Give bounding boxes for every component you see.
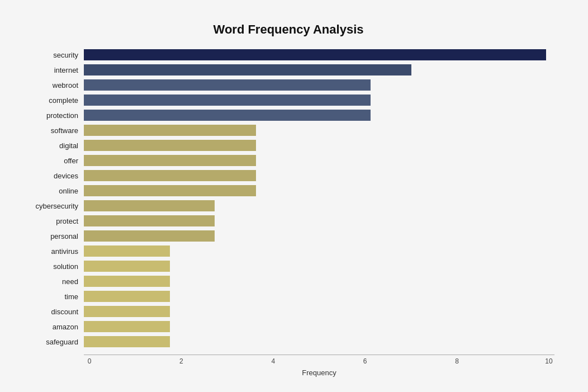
bar-fill [84,336,170,347]
bar-fill [84,125,256,136]
bar-label: cybersecurity [22,202,84,210]
bar-fill [84,49,546,60]
bar-track [84,95,554,106]
bar-label: software [22,126,84,135]
bar-row: safeguard [22,335,554,348]
bar-label: amazon [22,323,84,331]
bars-wrapper: securityinternetwebrootcompleteprotectio… [22,48,554,350]
bar-fill [84,170,256,181]
bar-label: personal [22,232,84,240]
x-tick: 2 [176,357,187,365]
bar-fill [84,79,371,91]
bar-label: solution [22,262,84,271]
bar-row: security [22,48,554,62]
bar-row: software [22,124,554,137]
bar-track [84,321,554,332]
bar-track [84,245,554,257]
bar-fill [84,95,371,106]
x-axis-label: Frequency [84,369,554,377]
bar-row: online [22,184,554,197]
bar-track [84,140,554,151]
bar-label: protection [22,111,84,120]
bar-fill [84,245,170,257]
bar-track [84,336,554,347]
x-tick: 10 [543,357,554,365]
bar-label: offer [22,157,84,165]
bar-track [84,170,554,181]
bar-track [84,79,554,91]
bar-row: offer [22,154,554,167]
bar-row: digital [22,139,554,152]
bar-fill [84,321,170,332]
bar-fill [84,110,371,121]
bar-row: complete [22,93,554,107]
bar-track [84,110,554,121]
bar-row: cybersecurity [22,199,554,212]
bar-label: security [22,51,84,59]
bar-fill [84,306,170,317]
bar-row: personal [22,229,554,243]
bar-track [84,49,554,60]
bar-track [84,215,554,226]
bar-fill [84,215,215,226]
x-tick: 8 [452,357,463,365]
bar-row: solution [22,259,554,273]
bar-track [84,200,554,211]
bar-row: amazon [22,320,554,333]
chart-title: Word Frequency Analysis [22,22,554,37]
bar-label: online [22,187,84,195]
bar-row: need [22,275,554,288]
x-axis-ticks: 0246810 [84,355,554,365]
bar-fill [84,140,256,151]
x-tick: 6 [359,357,371,365]
bar-fill [84,230,215,242]
bar-row: discount [22,305,554,318]
bar-track [84,64,554,75]
bar-label: complete [22,96,84,105]
bar-row: protection [22,108,554,122]
bar-track [84,230,554,242]
x-tick: 4 [268,357,279,365]
bar-label: protect [22,217,84,225]
bar-row: webroot [22,78,554,92]
x-axis-container: 0246810 Frequency [84,355,554,377]
bar-row: internet [22,63,554,77]
bar-track [84,306,554,317]
bar-fill [84,276,170,287]
bar-label: discount [22,308,84,316]
bar-label: digital [22,141,84,150]
bar-track [84,276,554,287]
bar-fill [84,64,411,75]
bar-track [84,155,554,166]
bar-label: safeguard [22,338,84,346]
bar-label: devices [22,172,84,180]
bar-label: antivirus [22,247,84,256]
bar-row: devices [22,169,554,182]
bar-track [84,291,554,302]
bar-fill [84,185,256,196]
bar-row: protect [22,214,554,228]
bar-row: antivirus [22,244,554,258]
bar-label: internet [22,66,84,74]
bar-fill [84,261,170,272]
bar-label: need [22,277,84,286]
bar-fill [84,291,170,302]
bar-track [84,125,554,136]
chart-container: Word Frequency Analysis securityinternet… [11,11,577,392]
bar-label: webroot [22,81,84,89]
bar-row: time [22,290,554,303]
bar-label: time [22,292,84,301]
chart-area: securityinternetwebrootcompleteprotectio… [22,48,554,377]
x-tick: 0 [84,357,95,365]
bar-track [84,185,554,196]
bar-fill [84,155,256,166]
bar-fill [84,200,215,211]
bar-track [84,261,554,272]
